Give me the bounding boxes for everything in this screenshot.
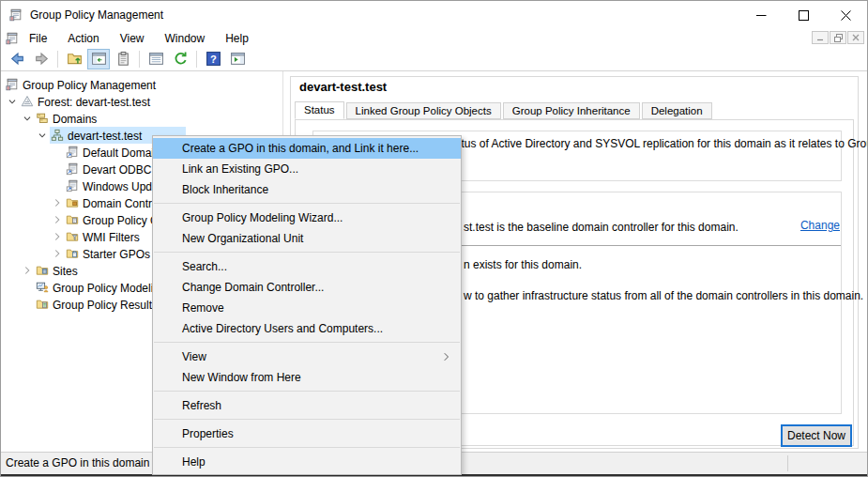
toolbar: ? xyxy=(1,47,867,71)
back-button[interactable] xyxy=(6,49,28,69)
show-console-tree-button[interactable] xyxy=(87,49,110,69)
tree-item-group-policy-management[interactable]: Group Policy Management xyxy=(1,76,282,93)
back-icon xyxy=(9,51,25,67)
menu-help[interactable]: Help xyxy=(215,31,259,46)
menu-item-group-policy-modeling-wizard[interactable]: Group Policy Modeling Wizard... xyxy=(153,208,461,228)
tab-status[interactable]: Status xyxy=(295,101,344,119)
tree-item-domains[interactable]: Domains xyxy=(1,110,282,127)
menu-item-label: New Window from Here xyxy=(182,371,301,384)
status-bar-divider xyxy=(787,455,788,471)
menu-window[interactable]: Window xyxy=(155,31,216,46)
mdi-window-controls xyxy=(812,31,864,44)
tree-item-label: Group Policy Results xyxy=(50,298,160,312)
menu-item-link-an-existing-gpo[interactable]: Link an Existing GPO... xyxy=(153,159,461,179)
mdi-close-button[interactable] xyxy=(847,31,864,44)
minimize-button[interactable] xyxy=(740,1,783,29)
tree-item-forest-devart-test-test[interactable]: Forest: devart-test.test xyxy=(1,93,282,110)
tab-group-policy-inheritance[interactable]: Group Policy Inheritance xyxy=(503,102,640,119)
menu-item-label: Link an Existing GPO... xyxy=(182,162,298,176)
menu-item-refresh[interactable]: Refresh xyxy=(153,395,461,416)
tree-spacer xyxy=(20,280,35,295)
chevron-right-icon[interactable] xyxy=(50,212,65,227)
menu-item-search[interactable]: Search... xyxy=(153,256,461,277)
tree-spacer xyxy=(20,297,35,312)
menu-item-remove[interactable]: Remove xyxy=(153,298,461,318)
mdi-minimize-icon xyxy=(816,34,824,41)
infrastructure-status-line2: w to gather infrastructure status from a… xyxy=(464,289,863,302)
menu-item-properties[interactable]: Properties xyxy=(153,423,461,444)
chevron-down-icon[interactable] xyxy=(35,128,50,143)
menu-separator xyxy=(154,419,460,420)
forward-button[interactable] xyxy=(30,49,53,69)
results-icon xyxy=(35,297,50,312)
gpo-link-icon xyxy=(65,178,80,193)
menu-item-help[interactable]: Help xyxy=(153,452,461,472)
console-icon xyxy=(5,31,19,45)
menu-item-active-directory-users-and-computers[interactable]: Active Directory Users and Computers... xyxy=(153,318,461,339)
wmi-filters-folder-icon xyxy=(65,229,80,244)
menu-separator xyxy=(154,252,460,253)
window-title: Group Policy Management xyxy=(30,8,163,22)
close-button[interactable] xyxy=(825,1,867,29)
minimize-icon xyxy=(756,10,767,21)
refresh-icon xyxy=(173,51,189,67)
mdi-minimize-button[interactable] xyxy=(812,31,829,44)
tree-item-label: WMI Filters xyxy=(80,230,143,244)
help-icon: ? xyxy=(206,51,221,67)
forest-icon xyxy=(20,94,35,109)
menu-item-label: Group Policy Modeling Wizard... xyxy=(182,211,343,224)
change-link[interactable]: Change xyxy=(800,219,840,232)
menu-action[interactable]: Action xyxy=(57,31,109,46)
infrastructure-status-line1: n exists for this domain. xyxy=(464,258,582,271)
menu-item-label: Properties xyxy=(182,427,234,440)
up-one-level-button[interactable] xyxy=(63,49,85,69)
window-controls xyxy=(740,1,867,29)
chevron-right-icon[interactable] xyxy=(20,263,35,278)
refresh-button[interactable] xyxy=(169,49,191,69)
menu-item-label: Help xyxy=(182,455,206,469)
detect-now-button[interactable]: Detect Now xyxy=(781,424,852,447)
sites-folder-icon xyxy=(35,263,50,278)
gpo-folder-icon xyxy=(65,212,80,227)
submenu-arrow-icon xyxy=(441,351,452,362)
chevron-down-icon[interactable] xyxy=(20,111,35,126)
menu-item-label: Block Inheritance xyxy=(182,183,268,196)
menu-item-label: View xyxy=(182,350,206,363)
toolbar-separator xyxy=(196,51,197,68)
chevron-down-icon[interactable] xyxy=(5,94,20,109)
gpmc-console-icon xyxy=(5,77,20,92)
menu-view[interactable]: View xyxy=(110,31,155,46)
domain-controllers-folder-icon xyxy=(65,195,80,210)
page-title: devart-test.test xyxy=(299,80,387,94)
maximize-button[interactable] xyxy=(783,1,825,29)
tab-linked-group-policy-objects[interactable]: Linked Group Policy Objects xyxy=(346,102,501,119)
clipboard-button[interactable] xyxy=(112,49,134,69)
menu-item-change-domain-controller[interactable]: Change Domain Controller... xyxy=(153,277,461,298)
menu-item-new-window-from-here[interactable]: New Window from Here xyxy=(153,367,461,388)
show-action-pane-button[interactable] xyxy=(226,49,249,69)
menu-separator xyxy=(154,342,460,343)
forward-icon xyxy=(34,51,50,67)
help-button[interactable]: ? xyxy=(202,49,224,69)
svg-text:?: ? xyxy=(210,54,217,65)
export-list-icon xyxy=(148,51,164,67)
domains-icon xyxy=(35,111,50,126)
baseline-dc-text: st.test is the baseline domain controlle… xyxy=(464,221,739,234)
mdi-restore-button[interactable] xyxy=(830,31,846,44)
toolbar-separator xyxy=(139,51,140,68)
tab-delegation[interactable]: Delegation xyxy=(642,102,712,119)
menu-file[interactable]: File xyxy=(19,31,57,46)
menu-separator xyxy=(154,391,460,392)
tree-item-label: devart-test.test xyxy=(65,129,145,143)
menu-item-create-a-gpo-in-this-domain-and-link-it-here[interactable]: Create a GPO in this domain, and Link it… xyxy=(153,138,461,159)
menu-item-block-inheritance[interactable]: Block Inheritance xyxy=(153,179,461,200)
menu-item-view[interactable]: View xyxy=(153,346,461,367)
export-list-button[interactable] xyxy=(145,49,167,69)
chevron-right-icon[interactable] xyxy=(50,229,65,244)
menu-item-label: Change Domain Controller... xyxy=(182,281,324,294)
chevron-right-icon[interactable] xyxy=(50,246,65,261)
chevron-right-icon[interactable] xyxy=(50,195,65,210)
menu-item-label: Refresh xyxy=(182,399,221,412)
menu-item-new-organizational-unit[interactable]: New Organizational Unit xyxy=(153,228,461,249)
tree-item-core: WMI Filters xyxy=(65,228,146,245)
